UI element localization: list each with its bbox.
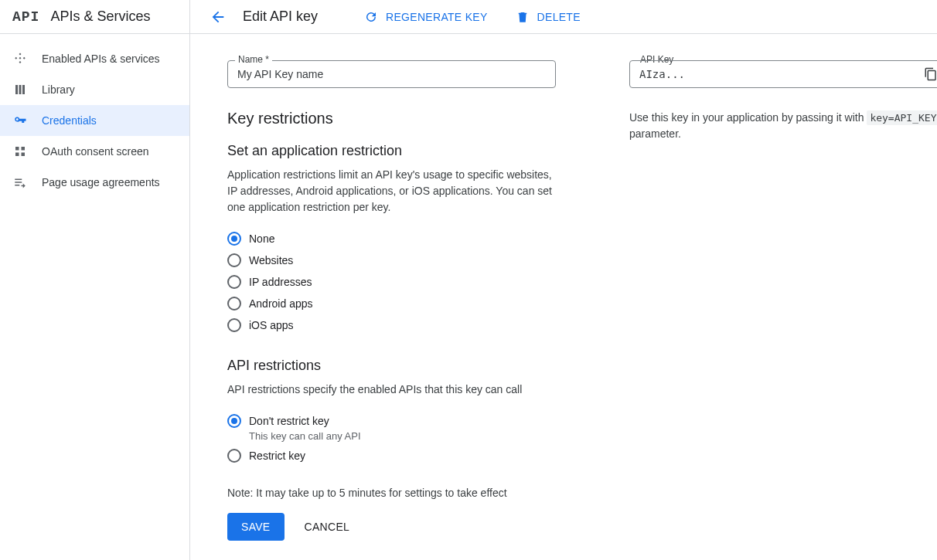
cancel-button[interactable]: CANCEL — [302, 513, 353, 541]
radio-api-dont-restrict[interactable]: Don't restrict key This key can call any… — [227, 410, 575, 445]
copy-icon — [924, 67, 937, 81]
key-restrictions-heading: Key restrictions — [227, 110, 575, 127]
refresh-icon — [364, 10, 378, 24]
radio-icon — [227, 253, 241, 267]
sidebar-item-label: Enabled APIs & services — [42, 53, 160, 65]
radio-app-ip[interactable]: IP addresses — [227, 271, 575, 293]
sidebar: API APIs & Services Enabled APIs & servi… — [0, 0, 190, 560]
api-key-display: AIza... — [629, 60, 937, 88]
api-key-help-text: Use this key in your application by pass… — [629, 110, 937, 142]
radio-label: Don't restrict key — [249, 415, 329, 427]
radio-icon — [227, 275, 241, 289]
radio-label: None — [249, 231, 274, 246]
name-field-wrap: Name * — [227, 60, 556, 88]
delete-button[interactable]: DELETE — [516, 10, 581, 24]
sidebar-item-oauth-consent[interactable]: OAuth consent screen — [0, 136, 189, 167]
radio-icon — [227, 297, 241, 311]
app-restriction-heading: Set an application restriction — [227, 143, 575, 159]
dashboard-icon — [12, 51, 28, 66]
save-button[interactable]: SAVE — [227, 513, 285, 541]
help-code: key=API_KEY — [867, 110, 937, 125]
delete-label: DELETE — [537, 11, 581, 23]
sidebar-item-library[interactable]: Library — [0, 74, 189, 105]
key-icon — [12, 113, 28, 128]
name-field-label: Name * — [235, 54, 272, 65]
settings-note: Note: It may take up to 5 minutes for se… — [227, 487, 575, 499]
radio-icon — [227, 449, 241, 463]
sidebar-header: API APIs & Services — [0, 0, 189, 34]
page-title: Edit API key — [243, 8, 318, 25]
sidebar-item-usage-agreements[interactable]: Page usage agreements — [0, 167, 189, 198]
content: Name * Key restrictions Set an applicati… — [190, 34, 937, 560]
api-restriction-heading: API restrictions — [227, 358, 575, 374]
name-input[interactable] — [227, 60, 556, 88]
back-button[interactable] — [209, 8, 227, 26]
radio-app-android[interactable]: Android apps — [227, 293, 575, 314]
sidebar-item-label: Credentials — [42, 114, 97, 127]
consent-icon — [12, 144, 28, 159]
api-key-value: AIza... — [639, 68, 685, 80]
app-restriction-description: Application restrictions limit an API ke… — [227, 167, 552, 216]
regenerate-label: REGENERATE KEY — [386, 11, 488, 23]
copy-api-key-button[interactable] — [922, 66, 937, 83]
radio-icon — [227, 318, 241, 332]
radio-icon — [227, 414, 241, 428]
sidebar-item-enabled-apis[interactable]: Enabled APIs & services — [0, 43, 189, 74]
help-suffix: parameter. — [629, 127, 681, 140]
radio-api-restrict[interactable]: Restrict key — [227, 445, 575, 467]
sidebar-item-label: Page usage agreements — [42, 176, 160, 188]
radio-label: iOS apps — [249, 317, 294, 333]
help-prefix: Use this key in your application by pass… — [629, 111, 864, 124]
sidebar-nav: Enabled APIs & services Library Credenti… — [0, 34, 189, 198]
api-key-field-wrap: API Key AIza... — [629, 60, 937, 88]
radio-label: IP addresses — [249, 274, 312, 290]
library-icon — [12, 82, 28, 97]
trash-icon — [516, 10, 530, 24]
radio-app-websites[interactable]: Websites — [227, 249, 575, 271]
radio-label: Websites — [249, 253, 293, 268]
sidebar-item-label: Library — [42, 83, 75, 96]
radio-icon — [227, 232, 241, 246]
radio-label: Restrict key — [249, 448, 305, 463]
radio-label: Android apps — [249, 296, 313, 311]
radio-sublabel: This key can call any API — [249, 430, 361, 442]
main: Edit API key REGENERATE KEY DELETE Name … — [190, 0, 937, 560]
sidebar-item-label: OAuth consent screen — [42, 145, 149, 158]
api-restriction-radio-group: Don't restrict key This key can call any… — [227, 410, 575, 467]
radio-app-none[interactable]: None — [227, 228, 575, 249]
api-logo: API — [12, 9, 39, 25]
radio-app-ios[interactable]: iOS apps — [227, 314, 575, 336]
api-restriction-description: API restrictions specify the enabled API… — [227, 382, 552, 398]
app-restriction-radio-group: None Websites IP addresses Android apps — [227, 228, 575, 336]
topbar: Edit API key REGENERATE KEY DELETE — [190, 0, 937, 34]
agreement-icon — [12, 175, 28, 190]
regenerate-key-button[interactable]: REGENERATE KEY — [364, 10, 488, 24]
sidebar-title: APIs & Services — [50, 8, 150, 25]
sidebar-item-credentials[interactable]: Credentials — [0, 105, 189, 136]
